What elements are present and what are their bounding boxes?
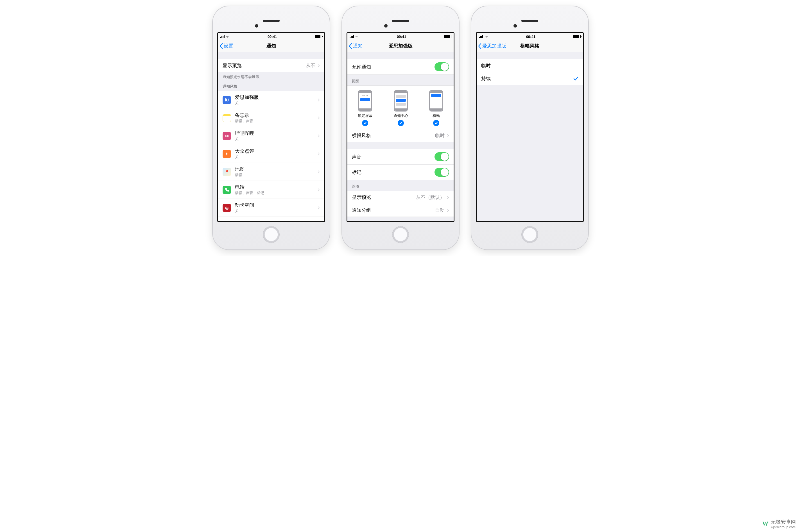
option-persistent[interactable]: 持续 — [477, 72, 583, 85]
row-sound[interactable]: 声音 — [347, 149, 454, 165]
value: 自动 — [435, 207, 445, 213]
app-row[interactable]: 📍 地图 横幅 — [218, 163, 324, 181]
app-icon-notes — [223, 114, 231, 122]
option-temporary[interactable]: 临时 — [477, 59, 583, 72]
home-button[interactable] — [263, 226, 279, 243]
speaker — [263, 20, 280, 22]
chevron-right-icon — [447, 208, 449, 212]
label: 横幅风格 — [352, 132, 371, 139]
alert-option-lockscreen[interactable]: 09:41 锁定屏幕 — [358, 90, 372, 126]
app-sub: 关 — [235, 154, 254, 159]
chevron-right-icon — [318, 98, 320, 102]
signal-icon — [350, 35, 354, 38]
back-label: 爱思加强版 — [482, 43, 506, 49]
battery-icon — [573, 35, 581, 38]
app-sub: 关 — [235, 100, 259, 106]
app-title: 动卡空间 — [235, 202, 254, 208]
lockscreen-preview-icon: 09:41 — [358, 90, 372, 112]
app-icon-dianping: ✦ — [223, 150, 231, 158]
label: 允许通知 — [352, 64, 371, 70]
nav-bar: 通知 爱思加强版 — [347, 40, 454, 52]
nav-bar: 设置 通知 — [218, 40, 324, 52]
app-title: 斗鱼 — [235, 220, 244, 221]
value: 从不 — [306, 62, 315, 69]
label: 锁定屏幕 — [358, 113, 372, 118]
signal-icon — [220, 35, 225, 38]
chevron-left-icon — [349, 43, 352, 49]
label: 显示预览 — [352, 194, 371, 201]
status-time: 09:41 — [267, 35, 277, 39]
app-sub: 关 — [235, 136, 254, 141]
back-button[interactable]: 设置 — [218, 43, 233, 49]
status-bar: 09:41 — [218, 33, 324, 40]
app-title: 哔哩哔哩 — [235, 130, 254, 136]
preview-note: 通知预览永远不会显示。 — [218, 72, 324, 80]
switch-sound[interactable] — [434, 152, 449, 161]
back-label: 通知 — [353, 43, 362, 49]
label: 临时 — [481, 62, 491, 69]
app-title: 爱思加强版 — [235, 94, 259, 100]
chevron-right-icon — [318, 152, 320, 156]
alert-option-center[interactable]: 通知中心 — [393, 90, 408, 126]
app-row[interactable]: 🐟 斗鱼 关 — [218, 217, 324, 221]
content[interactable]: 允许通知 提醒 09:41 锁定屏幕 — [347, 52, 454, 221]
back-button[interactable]: 通知 — [347, 43, 362, 49]
app-row[interactable]: iU 爱思加强版 关 — [218, 91, 324, 109]
phone-1: 09:41 设置 通知 显示预览 从不 通知预览永远不会显示。 通知风格 — [212, 6, 330, 250]
app-row[interactable]: 备忘录 横幅、声音 — [218, 109, 324, 127]
chevron-right-icon — [318, 116, 320, 120]
app-row[interactable]: ◎ 动卡空间 关 — [218, 199, 324, 217]
screen-app-notification-settings: 09:41 通知 爱思加强版 允许通知 提醒 09:41 — [347, 32, 454, 222]
group-header-alerts: 提醒 — [347, 75, 454, 86]
row-show-previews[interactable]: 显示预览 从不 — [218, 59, 324, 72]
page-title: 爱思加强版 — [347, 43, 454, 49]
battery-icon — [315, 35, 322, 38]
phone-3: 09:41 爱思加强版 横幅风格 临时 持续 — [471, 6, 589, 250]
switch-allow[interactable] — [434, 62, 449, 71]
status-bar: 09:41 — [477, 33, 583, 40]
app-sub: 关 — [235, 208, 254, 213]
status-bar: 09:41 — [347, 33, 454, 40]
row-show-preview[interactable]: 显示预览 从不（默认） — [347, 191, 454, 204]
alert-option-banner[interactable]: 横幅 — [429, 90, 443, 126]
app-row[interactable]: bili 哔哩哔哩 关 — [218, 127, 324, 145]
chevron-right-icon — [318, 64, 320, 68]
checkmark-icon — [398, 120, 404, 126]
home-button[interactable] — [522, 226, 538, 243]
content[interactable]: 临时 持续 — [477, 52, 583, 221]
home-button[interactable] — [392, 226, 409, 243]
app-title: 电话 — [235, 184, 264, 190]
chevron-right-icon — [447, 195, 449, 200]
center-preview-icon — [394, 90, 408, 112]
phone-2: 09:41 通知 爱思加强版 允许通知 提醒 09:41 — [341, 6, 460, 250]
app-row[interactable]: 电话 横幅、声音、标记 — [218, 181, 324, 199]
row-banner-style[interactable]: 横幅风格 临时 — [347, 129, 454, 142]
checkmark-icon — [573, 76, 578, 81]
app-sub: 横幅、声音、标记 — [235, 190, 264, 195]
row-badge[interactable]: 标记 — [347, 165, 454, 180]
alert-styles-row: 09:41 锁定屏幕 通知中心 — [347, 86, 454, 129]
status-time: 09:41 — [526, 35, 535, 39]
checkmark-icon — [433, 120, 439, 126]
content[interactable]: 显示预览 从不 通知预览永远不会显示。 通知风格 iU 爱思加强版 关 — [218, 52, 324, 221]
label: 通知中心 — [393, 113, 408, 118]
app-icon-dongka: ◎ — [223, 204, 231, 212]
row-grouping[interactable]: 通知分组 自动 — [347, 204, 454, 217]
group-header-style: 通知风格 — [218, 80, 324, 91]
chevron-right-icon — [447, 134, 449, 138]
nav-bar: 爱思加强版 横幅风格 — [477, 40, 583, 52]
back-button[interactable]: 爱思加强版 — [477, 43, 506, 49]
chevron-right-icon — [318, 134, 320, 138]
app-icon-aisi: iU — [223, 96, 231, 104]
screen-notifications-list: 09:41 设置 通知 显示预览 从不 通知预览永远不会显示。 通知风格 — [217, 32, 325, 222]
chevron-left-icon — [478, 43, 482, 49]
row-allow-notifications[interactable]: 允许通知 — [347, 59, 454, 75]
app-row[interactable]: ✦ 大众点评 关 — [218, 145, 324, 163]
wifi-icon — [226, 35, 230, 38]
back-label: 设置 — [224, 43, 233, 49]
wifi-icon — [355, 35, 359, 38]
group-header-options: 选项 — [347, 180, 454, 191]
switch-badge[interactable] — [434, 168, 449, 177]
signal-icon — [479, 35, 483, 38]
checkmark-icon — [362, 120, 368, 126]
